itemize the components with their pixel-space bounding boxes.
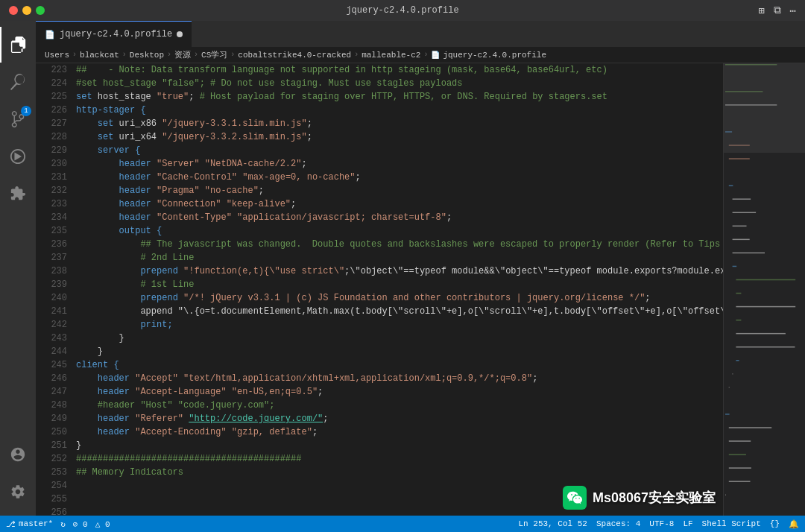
code-line[interactable]: output { — [76, 224, 723, 238]
code-line[interactable]: } — [76, 332, 723, 345]
code-line[interactable]: header "Pragma" "no-cache"; — [76, 184, 723, 197]
code-line[interactable]: http-stager { — [76, 104, 723, 117]
breadcrumb-cs4[interactable]: cobaltstrike4.0-cracked — [238, 51, 351, 60]
line-number: 250 — [42, 425, 67, 439]
breadcrumb-desktop[interactable]: Desktop — [130, 51, 164, 60]
line-number: 241 — [42, 305, 67, 318]
broadcast-icon[interactable]: ⊞ — [758, 4, 764, 17]
line-numbers: 2232242252262272282292302312322332342352… — [36, 63, 73, 516]
line-number: 227 — [42, 117, 67, 130]
line-number: 224 — [42, 77, 67, 90]
errors-item[interactable]: ⊘ 0 — [73, 519, 88, 529]
code-line[interactable]: # 1st Line — [76, 278, 723, 291]
bell-item[interactable]: 🔔 — [789, 519, 799, 529]
line-number: 226 — [42, 104, 67, 117]
tab-profile[interactable]: 📄 jquery-c2.4.0.profile — [36, 21, 192, 47]
line-number: 240 — [42, 291, 67, 305]
traffic-lights[interactable] — [9, 6, 45, 15]
git-branch-label: master* — [19, 519, 53, 528]
line-number: 253 — [42, 466, 67, 479]
code-line[interactable]: ## Memory Indicators — [76, 466, 723, 479]
code-line[interactable]: } — [76, 345, 723, 358]
code-line[interactable]: header "Connection" "keep-alive"; — [76, 197, 723, 211]
warnings-item[interactable]: △ 0 — [95, 519, 110, 529]
maximize-button[interactable] — [36, 6, 45, 15]
code-line[interactable]: header "Accept-Encoding" "gzip, deflate"… — [76, 425, 723, 439]
source-control-badge: 1 — [21, 106, 31, 116]
activity-settings[interactable] — [0, 474, 36, 510]
breadcrumb-malleable[interactable]: malleable-c2 — [362, 51, 420, 60]
breadcrumb-resources[interactable]: 资源 — [174, 49, 191, 60]
git-branch[interactable]: ⎇ master* — [6, 519, 53, 529]
editor-area: 📄 jquery-c2.4.0.profile Users › blackcat… — [36, 21, 805, 516]
minimize-button[interactable] — [22, 6, 31, 15]
wechat-icon — [563, 486, 587, 510]
breadcrumb-filename: jquery-c2.4.0.profile — [443, 51, 546, 60]
code-line[interactable]: header "Content-Type" "application/javas… — [76, 211, 723, 224]
tab-label: jquery-c2.4.0.profile — [60, 29, 172, 39]
format-item[interactable]: {} — [770, 519, 780, 528]
sync-icon-item[interactable]: ↻ — [60, 519, 66, 529]
activity-run[interactable] — [0, 139, 36, 174]
breadcrumb-users[interactable]: Users — [45, 51, 69, 60]
code-line[interactable]: append "\.{o=t.documentElement,Math.max(… — [76, 305, 723, 318]
code-line[interactable]: #header "Host" "code.jquery.com"; — [76, 399, 723, 412]
code-line[interactable]: set host_stage "true"; # Host payload fo… — [76, 90, 723, 104]
breadcrumb-blackcat[interactable]: blackcat — [80, 51, 119, 60]
breadcrumb-cs[interactable]: CS学习 — [201, 49, 227, 60]
code-line[interactable]: # 2nd Line — [76, 251, 723, 265]
cursor-position[interactable]: Ln 253, Col 52 — [519, 519, 587, 528]
code-line[interactable]: client { — [76, 358, 723, 372]
code-line[interactable]: print; — [76, 318, 723, 332]
line-number: 238 — [42, 265, 67, 278]
code-line[interactable]: #set host_stage "false"; # Do not use st… — [76, 77, 723, 90]
code-line[interactable]: header "Server" "NetDNA-cache/2.2"; — [76, 157, 723, 171]
line-number: 236 — [42, 238, 67, 251]
line-number: 251 — [42, 439, 67, 452]
title-bar-actions[interactable]: ⊞ ⧉ ⋯ — [758, 4, 796, 17]
language-mode[interactable]: Shell Script — [702, 519, 761, 528]
line-number: 249 — [42, 412, 67, 425]
layout-icon[interactable]: ⧉ — [774, 4, 781, 17]
line-number: 252 — [42, 452, 67, 466]
code-line[interactable]: ## The javascript was changed. Double qu… — [76, 238, 723, 251]
code-line[interactable]: server { — [76, 144, 723, 157]
activity-explorer[interactable] — [0, 27, 36, 63]
watermark-label: Ms08067安全实验室 — [593, 489, 716, 507]
window-title: jquery-c2.4.0.profile — [346, 5, 458, 16]
line-number: 228 — [42, 130, 67, 144]
more-icon[interactable]: ⋯ — [790, 4, 796, 17]
language-label: Shell Script — [702, 519, 761, 528]
close-button[interactable] — [9, 6, 18, 15]
code-line[interactable]: set uri_x86 "/jquery-3.3.1.slim.min.js"; — [76, 117, 723, 130]
indentation[interactable]: Spaces: 4 — [596, 519, 640, 528]
activity-account[interactable] — [0, 437, 36, 472]
minimap-slider[interactable] — [724, 63, 805, 153]
activity-source-control[interactable]: 1 — [0, 101, 36, 137]
code-line[interactable]: header "Accept" "text/html,application/x… — [76, 372, 723, 385]
encoding[interactable]: UTF-8 — [649, 519, 674, 528]
line-number: 243 — [42, 332, 67, 345]
code-line[interactable]: prepend "!function(e,t){\"use strict\";\… — [76, 265, 723, 278]
code-line[interactable]: header "Accept-Language" "en-US,en;q=0.5… — [76, 385, 723, 399]
activity-search[interactable] — [0, 64, 36, 100]
code-line[interactable]: prepend "/*! jQuery v3.3.1 | (c) JS Foun… — [76, 291, 723, 305]
line-number: 235 — [42, 224, 67, 238]
eol[interactable]: LF — [683, 519, 692, 528]
code-line[interactable]: ########################################… — [76, 452, 723, 466]
code-content[interactable]: ## - Note: Data transform language not s… — [73, 63, 723, 516]
code-editor[interactable]: 2232242252262272282292302312322332342352… — [36, 63, 805, 516]
code-line[interactable]: ## - Note: Data transform language not s… — [76, 63, 723, 77]
line-number: 248 — [42, 399, 67, 412]
breadcrumb-file[interactable]: 📄 jquery-c2.4.0.profile — [431, 51, 546, 60]
code-line[interactable]: } — [76, 439, 723, 452]
encoding-label: UTF-8 — [649, 519, 674, 528]
code-line[interactable]: header "Cache-Control" "max-age=0, no-ca… — [76, 171, 723, 184]
code-line[interactable]: set uri_x64 "/jquery-3.3.2.slim.min.js"; — [76, 130, 723, 144]
status-right: Ln 253, Col 52 Spaces: 4 UTF-8 LF Shell … — [519, 519, 799, 529]
activity-extensions[interactable] — [0, 176, 36, 212]
line-number: 232 — [42, 184, 67, 197]
line-number: 255 — [42, 493, 67, 506]
code-line[interactable]: header "Referer" "http://code.jquery.com… — [76, 412, 723, 425]
line-number: 230 — [42, 157, 67, 171]
